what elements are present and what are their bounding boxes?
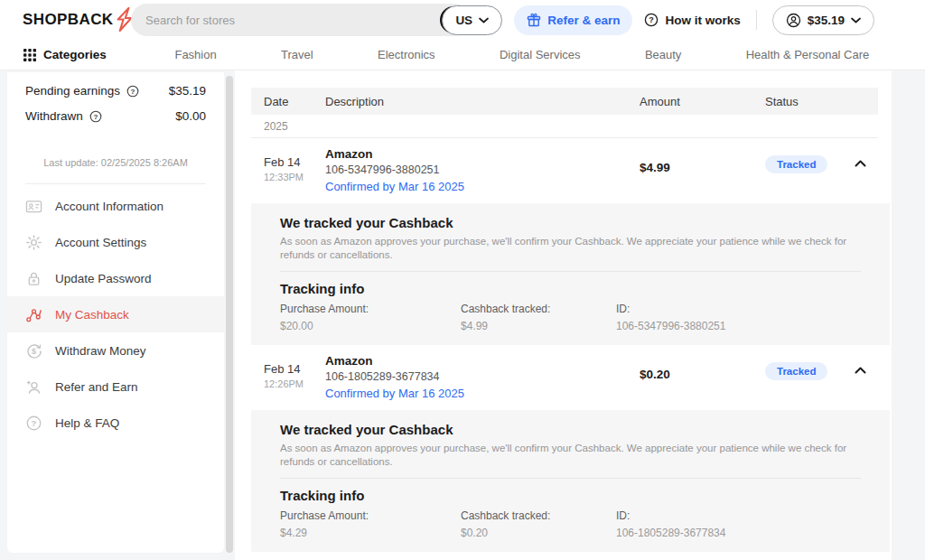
info-question-icon[interactable]: ? bbox=[126, 85, 139, 98]
tracking-detail-panel: We tracked your Cashback As soon as Amaz… bbox=[251, 410, 890, 552]
sidebar-item-withdraw-money[interactable]: $ Withdraw Money bbox=[7, 332, 224, 369]
tracking-info-title: Tracking info bbox=[280, 281, 861, 296]
sidebar-item-label: Account Settings bbox=[55, 236, 146, 249]
avatar-icon bbox=[786, 13, 801, 28]
chevron-up-icon bbox=[855, 160, 866, 167]
status-badge[interactable]: Tracked bbox=[765, 362, 827, 380]
categories-label: Categories bbox=[43, 48, 107, 61]
id-card-icon bbox=[25, 198, 42, 215]
pending-earnings-value: $35.19 bbox=[169, 84, 206, 98]
question-circle-icon: ? bbox=[25, 415, 42, 432]
refer-earn-button[interactable]: Refer & earn bbox=[514, 5, 632, 35]
tracking-info-title: Tracking info bbox=[280, 488, 861, 503]
question-circle-icon: ? bbox=[644, 13, 659, 27]
year-label: 2025 bbox=[251, 120, 325, 133]
panel-title: We tracked your Cashback bbox=[280, 215, 861, 230]
sidebar-divider bbox=[25, 183, 206, 184]
status-badge[interactable]: Tracked bbox=[765, 155, 827, 173]
gift-icon bbox=[527, 13, 541, 27]
year-group-row: 2025 bbox=[251, 115, 878, 138]
table-row[interactable]: Feb 14 12:20PM $30 Signup Bonus Partners… bbox=[251, 552, 878, 560]
row-date: Feb 14 bbox=[264, 354, 325, 376]
tracking-id-label: ID: bbox=[616, 303, 861, 315]
row-confirm-note[interactable]: Confirmed by Mar 16 2025 bbox=[325, 387, 640, 400]
grid-icon bbox=[23, 49, 36, 61]
column-header-status: Status bbox=[765, 95, 842, 108]
account-sidebar: Pending earnings ? $35.19 Withdrawn ? $0… bbox=[7, 72, 224, 553]
row-time: 12:26PM bbox=[264, 378, 325, 389]
pending-earnings-label: Pending earnings bbox=[25, 84, 120, 98]
sidebar-scrollbar[interactable] bbox=[226, 76, 233, 553]
withdrawn-value: $0.00 bbox=[175, 109, 206, 123]
purchase-amount-label: Purchase Amount: bbox=[280, 509, 461, 522]
categories-menu[interactable]: Categories bbox=[23, 48, 107, 61]
row-merchant: Amazon bbox=[325, 147, 640, 161]
nav-item-health-personal-care[interactable]: Health & Personal Care bbox=[746, 48, 870, 61]
how-it-works-label: How it works bbox=[665, 14, 740, 27]
cashback-tracked-label: Cashback tracked: bbox=[461, 303, 616, 315]
sidebar-item-label: Help & FAQ bbox=[55, 416, 119, 430]
withdrawn-label: Withdrawn bbox=[25, 109, 83, 123]
nav-item-electronics[interactable]: Electronics bbox=[378, 48, 435, 61]
search-input[interactable] bbox=[131, 14, 440, 27]
info-question-icon[interactable]: ? bbox=[89, 110, 102, 123]
sidebar-item-update-password[interactable]: Update Password bbox=[7, 260, 224, 296]
withdrawn-row: Withdrawn ? $0.00 bbox=[7, 109, 224, 123]
person-add-icon bbox=[25, 378, 42, 396]
panel-description: As soon as Amazon approves your purchase… bbox=[280, 235, 861, 262]
gear-icon bbox=[25, 234, 42, 251]
nav-item-travel[interactable]: Travel bbox=[281, 48, 313, 61]
svg-text:?: ? bbox=[649, 15, 655, 24]
purchase-amount-value: $20.00 bbox=[280, 320, 461, 332]
column-header-description: Description bbox=[325, 95, 640, 108]
store-search bbox=[131, 4, 470, 36]
nav-item-digital-services[interactable]: Digital Services bbox=[500, 48, 581, 61]
sidebar-item-account-settings[interactable]: Account Settings bbox=[7, 224, 224, 260]
nav-item-fashion[interactable]: Fashion bbox=[174, 48, 216, 61]
logo-text: SHOPBACK bbox=[23, 11, 114, 29]
sidebar-item-label: Withdraw Money bbox=[55, 344, 146, 358]
sidebar-item-label: My Cashback bbox=[55, 308, 129, 322]
shopback-logo[interactable]: SHOPBACK bbox=[23, 7, 135, 32]
sidebar-item-account-information[interactable]: Account Information bbox=[7, 188, 224, 224]
how-it-works-link[interactable]: ? How it works bbox=[644, 13, 740, 27]
column-header-amount: Amount bbox=[640, 95, 765, 108]
cashback-tracked-label: Cashback tracked: bbox=[461, 509, 616, 522]
account-balance-menu[interactable]: $35.19 bbox=[772, 5, 874, 35]
withdraw-coin-icon: $ bbox=[25, 342, 42, 359]
last-update-timestamp: Last update: 02/25/2025 8:26AM bbox=[7, 157, 224, 168]
purchase-amount-label: Purchase Amount: bbox=[280, 303, 461, 315]
row-amount: $0.20 bbox=[640, 354, 765, 381]
sidebar-item-my-cashback[interactable]: My Cashback bbox=[7, 296, 224, 332]
row-collapse-button[interactable] bbox=[855, 367, 866, 374]
tracking-id-value: 106-5347996-3880251 bbox=[616, 320, 861, 332]
svg-text:$: $ bbox=[32, 346, 36, 355]
table-row[interactable]: Feb 14 12:33PM Amazon 106-5347996-388025… bbox=[251, 138, 878, 203]
row-collapse-button[interactable] bbox=[855, 160, 866, 167]
panel-divider bbox=[280, 271, 861, 272]
nav-item-beauty[interactable]: Beauty bbox=[645, 48, 681, 61]
sidebar-item-label: Account Information bbox=[55, 200, 164, 213]
country-selector[interactable]: US bbox=[442, 5, 502, 35]
panel-divider bbox=[280, 478, 861, 479]
nav-links: Fashion Travel Electronics Digital Servi… bbox=[107, 48, 902, 61]
row-order-id: 106-1805289-3677834 bbox=[325, 370, 640, 383]
chevron-up-icon bbox=[855, 367, 866, 374]
chevron-down-icon bbox=[851, 17, 861, 23]
sidebar-item-refer-and-earn[interactable]: Refer and Earn bbox=[7, 369, 224, 405]
svg-text:?: ? bbox=[93, 112, 98, 120]
row-confirm-note[interactable]: Confirmed by Mar 16 2025 bbox=[325, 180, 640, 193]
cashback-tracked-value: $0.20 bbox=[461, 527, 616, 539]
tracking-detail-panel: We tracked your Cashback As soon as Amaz… bbox=[251, 203, 890, 345]
sidebar-menu: Account Information Account Settings Upd… bbox=[7, 188, 224, 441]
tracking-id-value: 106-1805289-3677834 bbox=[616, 527, 861, 539]
sidebar-item-label: Update Password bbox=[55, 272, 152, 285]
panel-description: As soon as Amazon approves your purchase… bbox=[280, 442, 861, 469]
row-amount: $4.99 bbox=[640, 147, 765, 174]
row-date: Feb 14 bbox=[264, 147, 325, 169]
sidebar-item-help-faq[interactable]: ? Help & FAQ bbox=[7, 405, 224, 441]
panel-title: We tracked your Cashback bbox=[280, 422, 861, 437]
pending-earnings-row: Pending earnings ? $35.19 bbox=[7, 84, 224, 98]
table-row[interactable]: Feb 14 12:26PM Amazon 106-1805289-367783… bbox=[251, 345, 878, 410]
cashback-table: Date Description Amount Status 2025 Feb … bbox=[251, 88, 890, 560]
